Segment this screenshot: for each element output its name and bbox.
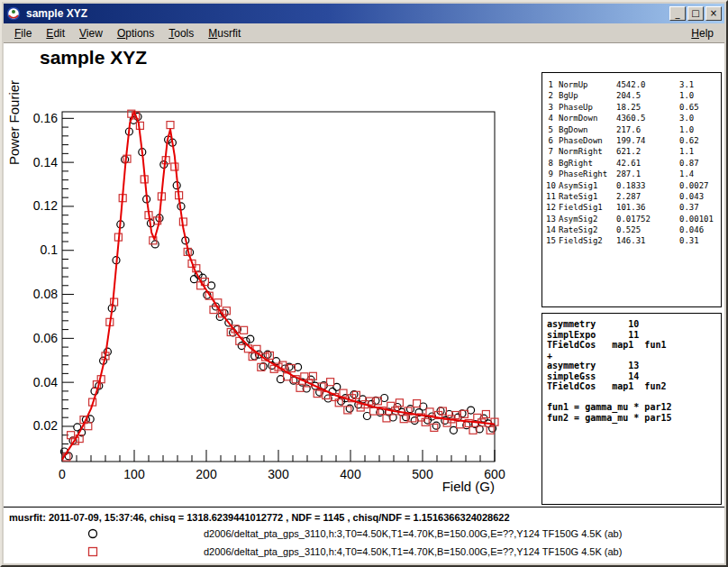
parameter-row: 10AsymSig10.18330.0027 bbox=[546, 180, 721, 191]
param-error: 1.0 bbox=[679, 90, 721, 101]
window-title: sample XYZ bbox=[26, 7, 668, 20]
theory-line: asymmetry 10 bbox=[547, 319, 721, 330]
plot[interactable]: 01002003004005006000.020.040.060.080.10.… bbox=[4, 70, 544, 501]
menu-view[interactable]: View bbox=[72, 25, 110, 41]
parameter-row: 5BgDown217.61.0 bbox=[546, 124, 721, 135]
param-no: 12 bbox=[546, 202, 559, 213]
data-series-square bbox=[63, 110, 498, 461]
menu-musrfit[interactable]: Musrfit bbox=[201, 25, 248, 41]
legend-label: d2006/deltat_pta_gps_3110,h:4,T0=4.50K,T… bbox=[204, 546, 622, 557]
param-error: 0.87 bbox=[679, 158, 721, 169]
param-error: 0.00101 bbox=[679, 214, 721, 224]
param-error: 0.65 bbox=[679, 102, 721, 113]
param-name: FieldSig1 bbox=[559, 202, 616, 213]
y-tick-label: 0.12 bbox=[33, 198, 58, 213]
param-error: 3.0 bbox=[679, 113, 721, 123]
legend-item: d2006/deltat_pta_gps_3110,h:3,T0=4.50K,T… bbox=[4, 525, 724, 543]
param-name: NormUp bbox=[559, 79, 616, 90]
x-tick-label: 400 bbox=[340, 467, 361, 481]
parameter-row: 15FieldSig2146.310.31 bbox=[546, 235, 721, 246]
param-value: 0.1833 bbox=[616, 180, 679, 191]
param-error: 0.043 bbox=[679, 191, 721, 202]
menu-options[interactable]: Options bbox=[110, 25, 161, 41]
param-error: 0.62 bbox=[679, 135, 721, 146]
theory-line: TFieldCos map1 fun2 bbox=[547, 381, 721, 392]
parameter-row: 12FieldSig1101.360.37 bbox=[546, 202, 721, 213]
menu-help[interactable]: Help bbox=[684, 25, 721, 41]
param-name: RateSig1 bbox=[559, 191, 616, 202]
param-name: NormDown bbox=[559, 113, 616, 123]
y-tick-label: 0.08 bbox=[33, 287, 58, 301]
param-value: 217.6 bbox=[616, 124, 679, 135]
param-value: 204.5 bbox=[616, 90, 679, 101]
plot-frame bbox=[62, 112, 495, 462]
param-value: 4542.0 bbox=[616, 79, 679, 90]
x-tick-label: 0 bbox=[59, 467, 66, 481]
fit-stats: musrfit: 2011-07-09, 15:37:46, chisq = 1… bbox=[4, 507, 724, 523]
param-value: 621.2 bbox=[616, 146, 679, 157]
param-name: BgRight bbox=[559, 158, 616, 169]
theory-line: simplExpo 11 bbox=[547, 330, 721, 341]
x-axis-title: Field (G) bbox=[442, 479, 495, 494]
menubar: FileEditViewOptionsToolsMusrfitHelp bbox=[4, 23, 724, 42]
param-value: 4360.5 bbox=[616, 113, 679, 123]
param-no: 13 bbox=[546, 214, 559, 224]
param-value: 0.525 bbox=[616, 224, 679, 235]
legend-item: d2006/deltat_pta_gps_3110,h:4,T0=4.50K,T… bbox=[4, 543, 724, 561]
param-name: FieldSig2 bbox=[559, 235, 616, 246]
theory-line: asymmetry 13 bbox=[547, 361, 721, 371]
parameter-row: 8BgRight42.610.87 bbox=[546, 158, 721, 169]
y-tick-label: 0.14 bbox=[33, 155, 58, 169]
param-value: 2.287 bbox=[616, 191, 679, 202]
menu-tools[interactable]: Tools bbox=[161, 25, 201, 41]
parameter-row: 11RateSig12.2870.043 bbox=[546, 191, 721, 202]
x-tick-label: 300 bbox=[268, 467, 289, 481]
param-no: 10 bbox=[546, 180, 559, 191]
parameter-row: 13AsymSig20.017520.00101 bbox=[546, 214, 721, 224]
theory-line bbox=[547, 392, 721, 403]
param-name: NormRight bbox=[559, 146, 616, 157]
theory-line: fun2 = gamma_mu * par15 bbox=[547, 413, 721, 424]
parameter-row: 9PhaseRight287.11.4 bbox=[546, 169, 721, 179]
param-no: 14 bbox=[546, 224, 559, 235]
fit-line bbox=[62, 112, 495, 460]
param-name: AsymSig2 bbox=[559, 214, 616, 224]
menu-edit[interactable]: Edit bbox=[39, 25, 72, 41]
param-no: 15 bbox=[546, 235, 559, 246]
minimize-button[interactable]: _ bbox=[669, 6, 686, 21]
param-no: 4 bbox=[546, 113, 559, 123]
param-value: 101.36 bbox=[616, 202, 679, 213]
param-no: 9 bbox=[546, 169, 559, 179]
root-canvas[interactable]: sample XYZ 01002003004005006000.020.040.… bbox=[4, 43, 724, 563]
theory-line: + bbox=[547, 351, 721, 361]
param-error: 3.1 bbox=[679, 79, 721, 90]
app-window: sample XYZ _ □ × FileEditViewOptionsTool… bbox=[0, 0, 728, 567]
legend-label: d2006/deltat_pta_gps_3110,h:3,T0=4.50K,T… bbox=[204, 528, 622, 539]
titlebar[interactable]: sample XYZ _ □ × bbox=[4, 4, 724, 23]
param-error: 1.4 bbox=[679, 169, 721, 179]
param-value: 287.1 bbox=[616, 169, 679, 179]
close-button[interactable]: × bbox=[705, 6, 722, 21]
parameter-row: 1NormUp4542.03.1 bbox=[546, 79, 721, 90]
parameter-box: 1NormUp4542.03.12BgUp204.51.03PhaseUp18.… bbox=[541, 72, 722, 307]
menu-file[interactable]: File bbox=[7, 25, 39, 41]
circle-marker-icon bbox=[86, 527, 99, 540]
maximize-button[interactable]: □ bbox=[687, 6, 704, 21]
param-no: 8 bbox=[546, 158, 559, 169]
param-no: 2 bbox=[546, 90, 559, 101]
parameter-row: 6PhaseDown199.740.62 bbox=[546, 135, 721, 146]
parameter-row: 14RateSig20.5250.046 bbox=[546, 224, 721, 235]
param-no: 3 bbox=[546, 102, 559, 113]
param-value: 42.61 bbox=[616, 158, 679, 169]
param-value: 0.01752 bbox=[616, 214, 679, 224]
param-name: PhaseUp bbox=[559, 102, 616, 113]
y-tick-label: 0.04 bbox=[33, 375, 58, 389]
param-name: RateSig2 bbox=[559, 224, 616, 235]
y-tick-label: 0.16 bbox=[33, 111, 58, 125]
param-no: 5 bbox=[546, 124, 559, 135]
param-name: BgUp bbox=[559, 90, 616, 101]
param-error: 0.0027 bbox=[679, 180, 721, 191]
param-error: 1.1 bbox=[679, 146, 721, 157]
app-icon bbox=[6, 6, 21, 21]
canvas-title: sample XYZ bbox=[40, 47, 147, 69]
